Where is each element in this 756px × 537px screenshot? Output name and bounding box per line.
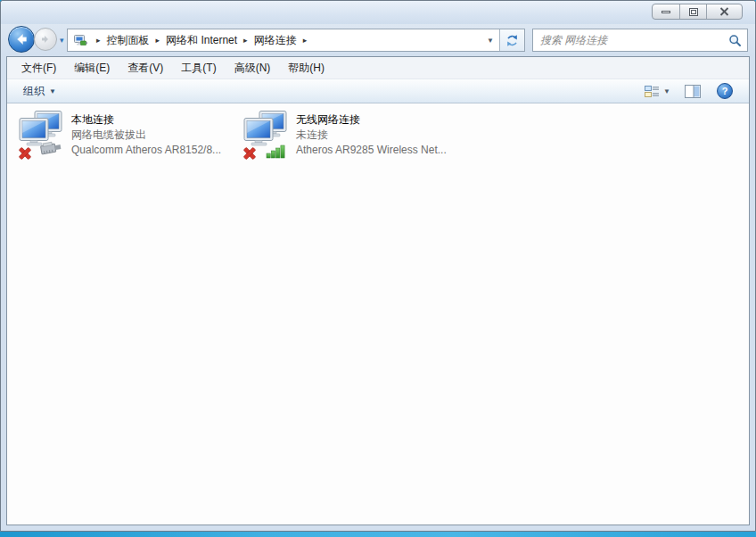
address-dropdown-icon[interactable]: ▼ xyxy=(481,37,499,45)
connection-item-wireless[interactable]: 无线网络连接 未连接 Atheros AR9285 Wireless Net..… xyxy=(242,111,462,166)
breadcrumb-separator-icon[interactable]: ▸ xyxy=(150,36,167,45)
breadcrumb-separator-icon[interactable]: ▸ xyxy=(90,36,107,45)
menu-advanced[interactable]: 高级(N) xyxy=(226,61,280,76)
forward-arrow-icon xyxy=(40,34,51,45)
breadcrumb-network-connections[interactable]: 网络连接 xyxy=(254,33,297,48)
breadcrumb-control-panel[interactable]: 控制面板 xyxy=(107,33,150,48)
navigation-bar: ▾ ▸ 控制面板 ▸ 网络和 Internet ▸ 网络连接 ▸ ▼ xyxy=(1,24,755,56)
caption-button-group xyxy=(652,4,743,20)
explorer-window: ▾ ▸ 控制面板 ▸ 网络和 Internet ▸ 网络连接 ▸ ▼ xyxy=(0,0,756,532)
connection-item-local[interactable]: 本地连接 网络电缆被拔出 Qualcomm Atheros AR8152/8..… xyxy=(18,111,237,166)
minimize-icon xyxy=(662,11,670,13)
preview-pane-icon xyxy=(685,85,701,98)
organize-label: 组织 xyxy=(23,84,45,99)
menu-tools[interactable]: 工具(T) xyxy=(172,61,225,76)
menu-view[interactable]: 查看(V) xyxy=(119,61,172,76)
location-icon xyxy=(73,33,87,47)
help-button[interactable]: ? xyxy=(711,81,738,101)
ethernet-connection-icon xyxy=(18,111,64,161)
chevron-down-icon: ▼ xyxy=(49,87,56,95)
back-button[interactable] xyxy=(8,26,35,53)
maximize-button[interactable] xyxy=(679,4,706,19)
minimize-button[interactable] xyxy=(653,4,679,19)
client-area: 文件(F) 编辑(E) 查看(V) 工具(T) 高级(N) 帮助(H) 组织 ▼ xyxy=(6,56,750,525)
preview-pane-button[interactable] xyxy=(679,83,706,100)
toolbar-right-group: ▼ ? xyxy=(641,81,749,101)
title-bar[interactable] xyxy=(1,1,755,24)
breadcrumb-network-internet[interactable]: 网络和 Internet xyxy=(166,33,237,48)
connection-device: Qualcomm Atheros AR8152/8... xyxy=(71,143,221,158)
menu-edit[interactable]: 编辑(E) xyxy=(65,61,119,76)
connection-status: 网络电缆被拔出 xyxy=(71,128,221,143)
menu-file[interactable]: 文件(F) xyxy=(12,61,65,76)
menu-help[interactable]: 帮助(H) xyxy=(279,61,333,76)
connection-status: 未连接 xyxy=(296,128,447,143)
forward-button[interactable] xyxy=(34,28,57,51)
search-icon[interactable] xyxy=(728,34,742,47)
refresh-button[interactable] xyxy=(499,29,524,51)
connection-device: Atheros AR9285 Wireless Net... xyxy=(296,143,447,158)
maximize-icon xyxy=(689,8,698,16)
recent-pages-dropdown[interactable]: ▾ xyxy=(60,36,64,45)
views-icon xyxy=(645,85,660,98)
search-box xyxy=(532,29,748,52)
organize-button[interactable]: 组织 ▼ xyxy=(16,81,63,102)
connection-name[interactable]: 本地连接 xyxy=(71,112,221,128)
connection-text: 本地连接 网络电缆被拔出 Qualcomm Atheros AR8152/8..… xyxy=(71,111,221,166)
breadcrumb-separator-icon[interactable]: ▸ xyxy=(297,36,314,45)
connection-text: 无线网络连接 未连接 Atheros AR9285 Wireless Net..… xyxy=(296,111,447,166)
command-toolbar: 组织 ▼ ▼ xyxy=(7,79,749,103)
connection-name[interactable]: 无线网络连接 xyxy=(296,112,447,128)
chevron-down-icon[interactable]: ▼ xyxy=(663,87,670,95)
folder-content[interactable]: 本地连接 网络电缆被拔出 Qualcomm Atheros AR8152/8..… xyxy=(7,103,749,525)
close-icon xyxy=(719,7,729,16)
close-button[interactable] xyxy=(706,4,742,19)
search-input[interactable] xyxy=(533,34,728,46)
change-view-button[interactable]: ▼ xyxy=(641,82,674,101)
refresh-icon xyxy=(505,34,519,47)
breadcrumb-separator-icon[interactable]: ▸ xyxy=(237,36,254,45)
wireless-connection-icon xyxy=(242,111,289,161)
address-bar[interactable]: ▸ 控制面板 ▸ 网络和 Internet ▸ 网络连接 ▸ ▼ xyxy=(67,29,525,52)
help-icon: ? xyxy=(717,83,733,99)
back-arrow-icon xyxy=(14,32,29,46)
menu-bar: 文件(F) 编辑(E) 查看(V) 工具(T) 高级(N) 帮助(H) xyxy=(7,57,749,79)
